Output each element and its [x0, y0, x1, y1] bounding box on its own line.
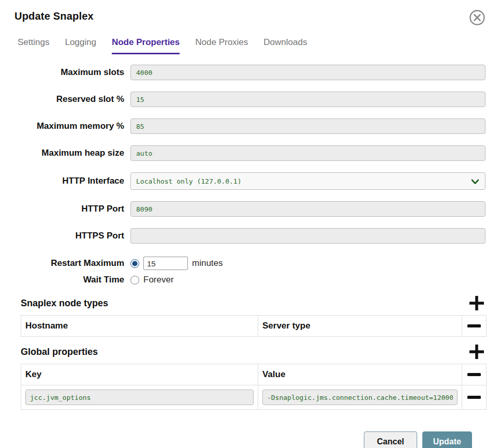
global-properties-heading: Global properties — [21, 347, 98, 357]
form-row-maximum-memory: Maximum memory % — [14, 118, 487, 134]
form-row-maximum-slots: Maximum slots — [14, 65, 487, 80]
property-value-input[interactable] — [262, 390, 458, 405]
form-row-http-interface: HTTP Interface Localhost only (127.0.0.1… — [14, 172, 487, 190]
add-global-property-button[interactable] — [467, 344, 487, 360]
tab-downloads[interactable]: Downloads — [263, 37, 307, 54]
remove-global-property-header-button[interactable] — [462, 364, 486, 385]
http-port-label: HTTP Port — [14, 203, 130, 214]
tab-bar: Settings Logging Node Properties Node Pr… — [18, 37, 487, 54]
reserved-slot-label: Reserved slot % — [14, 94, 130, 104]
global-properties-header-row: Key Value — [21, 364, 486, 385]
node-types-header-row: Hostname Server type — [21, 316, 486, 336]
remove-node-type-button[interactable] — [462, 316, 486, 336]
plus-icon — [469, 295, 484, 311]
plus-icon — [469, 344, 484, 360]
http-interface-select[interactable]: Localhost only (127.0.0.1) — [130, 172, 485, 190]
node-types-table: Hostname Server type — [21, 315, 487, 337]
minus-icon — [467, 324, 481, 328]
restart-wait-minutes-radio[interactable] — [130, 259, 139, 268]
tab-settings[interactable]: Settings — [18, 37, 49, 54]
maximum-heap-label: Maximum heap size — [14, 147, 130, 158]
dialog-footer: Cancel Update — [14, 431, 472, 448]
https-port-input[interactable] — [130, 228, 485, 244]
form-row-reserved-slot: Reserved slot % — [14, 92, 487, 107]
maximum-slots-input[interactable] — [130, 65, 485, 80]
restart-wait-minutes-input[interactable] — [143, 257, 188, 270]
maximum-memory-label: Maximum memory % — [14, 121, 130, 131]
value-column-header: Value — [258, 364, 462, 385]
close-icon[interactable] — [469, 9, 485, 26]
property-key-input[interactable] — [25, 390, 254, 405]
global-properties-table: Key Value — [21, 364, 487, 410]
tab-node-properties[interactable]: Node Properties — [112, 37, 180, 54]
dialog-title: Update Snaplex — [14, 9, 94, 22]
remove-global-property-row-button[interactable] — [462, 385, 486, 409]
restart-wait-label: Restart Maximum Wait Time — [14, 255, 130, 288]
minus-icon — [467, 372, 481, 377]
minutes-suffix-label: minutes — [192, 258, 223, 268]
maximum-heap-input[interactable] — [130, 145, 485, 161]
form-row-maximum-heap: Maximum heap size — [14, 145, 487, 161]
update-button[interactable]: Update — [422, 431, 472, 448]
reserved-slot-input[interactable] — [130, 92, 485, 107]
cancel-button[interactable]: Cancel — [364, 431, 417, 448]
global-property-row — [21, 385, 486, 409]
http-interface-label: HTTP Interface — [14, 175, 130, 186]
tab-logging[interactable]: Logging — [65, 37, 96, 54]
server-type-column-header: Server type — [258, 316, 462, 336]
restart-wait-forever-radio[interactable] — [130, 276, 139, 285]
forever-label: Forever — [143, 275, 174, 285]
form-row-http-port: HTTP Port — [14, 201, 487, 217]
maximum-slots-label: Maximum slots — [14, 67, 130, 78]
add-node-type-button[interactable] — [467, 295, 487, 311]
dialog-header: Update Snaplex — [14, 9, 487, 26]
restart-wait-forever-option: Forever — [130, 272, 487, 288]
update-snaplex-dialog: Update Snaplex Settings Logging Node Pro… — [0, 0, 501, 448]
maximum-memory-input[interactable] — [130, 118, 485, 134]
snaplex-node-types-section: Snaplex node types Hostname Server type — [21, 295, 487, 337]
node-types-heading: Snaplex node types — [21, 298, 108, 309]
https-port-label: HTTPS Port — [14, 230, 130, 241]
form-row-https-port: HTTPS Port — [14, 228, 487, 244]
node-properties-form: Maximum slots Reserved slot % Maximum me… — [14, 65, 487, 288]
restart-wait-minutes-option: minutes — [130, 255, 487, 272]
form-row-restart-wait: Restart Maximum Wait Time minutes Foreve… — [14, 255, 487, 288]
hostname-column-header: Hostname — [21, 316, 258, 336]
key-column-header: Key — [21, 364, 258, 385]
tab-node-proxies[interactable]: Node Proxies — [195, 37, 248, 54]
minus-icon — [467, 395, 481, 399]
global-properties-section: Global properties Key Value — [21, 344, 487, 410]
http-port-input[interactable] — [130, 201, 485, 217]
